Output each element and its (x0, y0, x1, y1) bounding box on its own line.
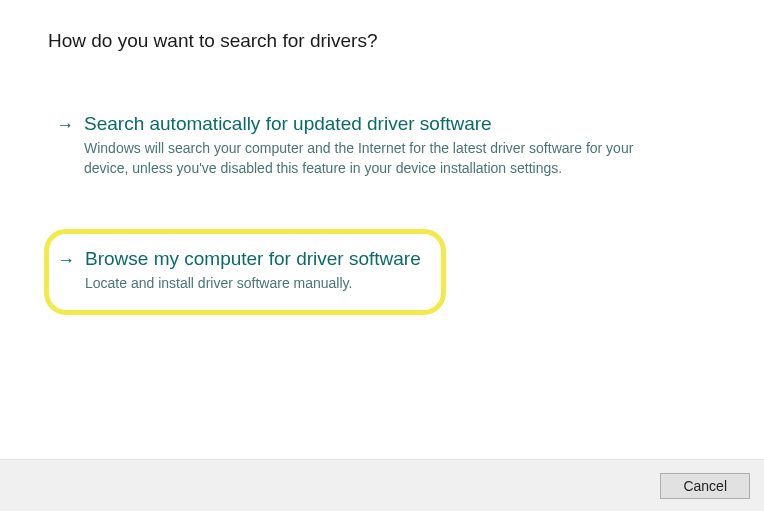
option-search-automatically[interactable]: → Search automatically for updated drive… (48, 107, 716, 184)
option-description: Windows will search your computer and th… (84, 139, 644, 178)
arrow-right-icon: → (57, 248, 75, 272)
option-description: Locate and install driver software manua… (85, 274, 421, 294)
cancel-button[interactable]: Cancel (660, 473, 750, 499)
page-title: How do you want to search for drivers? (48, 30, 716, 52)
option-text: Search automatically for updated driver … (84, 113, 712, 178)
option-browse-computer[interactable]: → Browse my computer for driver software… (44, 229, 446, 315)
content-area: How do you want to search for drivers? →… (0, 0, 764, 459)
option-title: Search automatically for updated driver … (84, 113, 712, 135)
dialog-footer: Cancel (0, 459, 764, 511)
option-title: Browse my computer for driver software (85, 248, 421, 270)
arrow-right-icon: → (56, 113, 74, 137)
option-text: Browse my computer for driver software L… (85, 248, 421, 294)
